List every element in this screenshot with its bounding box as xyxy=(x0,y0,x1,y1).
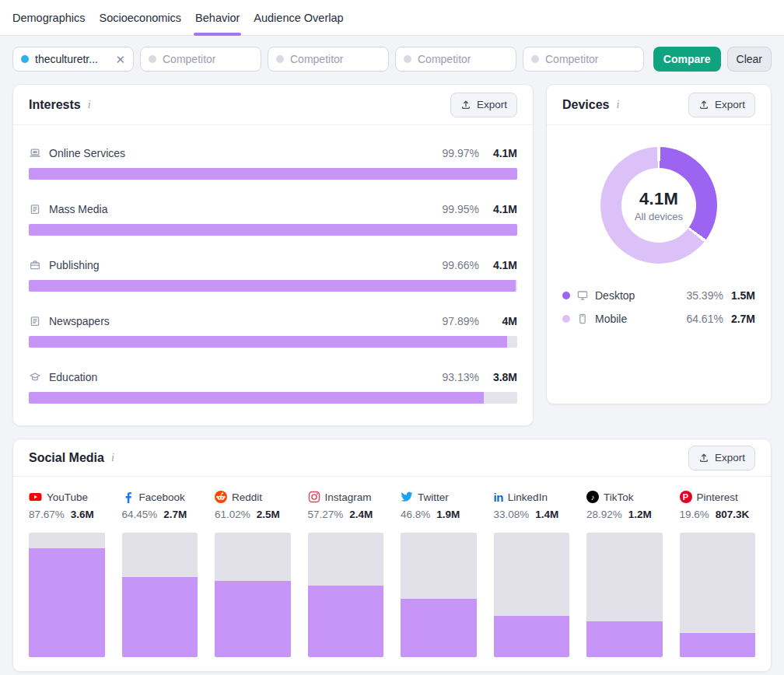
social-export-button[interactable]: Export xyxy=(688,446,755,470)
interest-row: Newspapers 97.89% 4M xyxy=(29,313,517,348)
social-column-youtube: YouTube 87.67% 3.6M xyxy=(29,489,105,657)
instagram-icon xyxy=(308,491,320,503)
legend-percent: 64.61% xyxy=(686,313,723,325)
legend-value: 2.7M xyxy=(731,313,755,325)
competitor-input-3[interactable]: Competitor xyxy=(395,47,516,72)
tab-audience-overlap[interactable]: Audience Overlap xyxy=(254,0,343,36)
social-column-linkedin: in LinkedIn 33.08% 1.4M xyxy=(494,489,570,657)
interests-list: Online Services 99.97% 4.1M xyxy=(13,125,533,425)
social-bar-fill xyxy=(401,599,477,657)
social-column-reddit: Reddit 61.02% 2.5M xyxy=(215,489,291,657)
export-icon xyxy=(698,100,709,110)
devices-panel: Devices i Export 4.1M All device xyxy=(546,84,772,404)
social-bar-track xyxy=(29,533,105,657)
competitor-placeholder: Competitor xyxy=(418,53,471,65)
interest-label: Publishing xyxy=(49,259,100,271)
interest-label: Online Services xyxy=(49,147,125,159)
competitor-placeholder: Competitor xyxy=(290,53,343,65)
tiktok-icon: ♪ xyxy=(586,491,599,503)
competitor-dot-icon xyxy=(404,55,411,63)
interest-percent: 93.13% xyxy=(443,371,479,383)
social-bar-track xyxy=(215,533,291,657)
tabs-bar: Demographics Socioeconomics Behavior Aud… xyxy=(0,0,784,36)
laptop-icon xyxy=(29,147,41,159)
social-title: Social Media xyxy=(29,451,104,465)
interest-bar-track xyxy=(29,336,517,348)
donut-center-value: 4.1M xyxy=(639,189,678,209)
platform-percent: 19.6% xyxy=(680,509,709,520)
platform-name: Instagram xyxy=(325,491,372,503)
interest-bar-fill xyxy=(29,168,517,180)
social-bar-fill xyxy=(680,633,756,657)
interest-bar-fill xyxy=(29,280,516,292)
competitor-input-4[interactable]: Competitor xyxy=(523,47,644,72)
platform-name: Facebook xyxy=(139,491,185,503)
tab-demographics[interactable]: Demographics xyxy=(12,0,86,36)
social-bar-fill xyxy=(122,577,198,657)
social-bar-fill xyxy=(215,581,291,657)
interest-value: 4.1M xyxy=(489,259,517,271)
interests-title: Interests xyxy=(29,98,81,112)
social-column-tiktok: ♪ TikTok 28.92% 1.2M xyxy=(586,489,663,657)
legend-percent: 35.39% xyxy=(686,289,723,302)
info-icon[interactable]: i xyxy=(111,452,114,464)
social-bar-track xyxy=(494,533,570,657)
interest-row: Mass Media 99.95% 4.1M xyxy=(29,201,517,236)
mobile-icon xyxy=(576,313,589,325)
interests-panel: Interests i Export xyxy=(12,84,534,426)
desktop-icon xyxy=(576,289,589,302)
clear-button[interactable]: Clear xyxy=(727,47,772,72)
briefcase-icon xyxy=(29,259,41,271)
legend-row-desktop[interactable]: Desktop 35.39% 1.5M xyxy=(562,284,755,307)
interest-value: 4M xyxy=(489,315,517,327)
social-column-pinterest: P Pinterest 19.6% 807.3K xyxy=(680,489,756,657)
pinterest-icon: P xyxy=(680,491,692,503)
platform-percent: 87.67% xyxy=(29,509,65,520)
interest-percent: 97.89% xyxy=(443,315,479,327)
interest-percent: 99.66% xyxy=(443,259,479,271)
tab-socioeconomics[interactable]: Socioeconomics xyxy=(100,0,182,36)
devices-donut-chart: 4.1M All devices xyxy=(600,147,717,264)
interest-label: Newspapers xyxy=(49,315,110,327)
competitor-dot-icon xyxy=(531,55,539,63)
interest-bar-fill xyxy=(29,224,517,236)
social-bar-fill xyxy=(494,616,570,657)
social-bar-track xyxy=(122,533,198,657)
news-icon xyxy=(29,203,41,215)
legend-label: Mobile xyxy=(595,313,627,325)
interest-bar-track xyxy=(29,392,517,404)
platform-name: LinkedIn xyxy=(508,491,548,503)
tab-behavior[interactable]: Behavior xyxy=(195,0,240,36)
export-label: Export xyxy=(715,452,745,463)
competitor-input-1[interactable]: Competitor xyxy=(140,47,261,72)
info-icon[interactable]: i xyxy=(88,99,91,111)
interest-bar-fill xyxy=(29,336,507,348)
graduation-cap-icon xyxy=(29,371,41,383)
social-column-instagram: Instagram 57.27% 2.4M xyxy=(308,489,384,657)
social-bar-track xyxy=(401,533,477,657)
interest-label: Education xyxy=(49,371,97,383)
interest-row: Online Services 99.97% 4.1M xyxy=(29,145,517,180)
interests-export-button[interactable]: Export xyxy=(450,93,517,117)
remove-domain-icon[interactable]: ✕ xyxy=(115,54,125,65)
competitor-dot-icon xyxy=(149,55,156,63)
platform-name: TikTok xyxy=(604,491,634,503)
social-header: Social Media i Export xyxy=(13,439,771,477)
platform-value: 1.2M xyxy=(628,509,652,520)
social-bar-track xyxy=(586,533,663,657)
social-bar-fill xyxy=(29,548,105,657)
compare-button[interactable]: Compare xyxy=(653,47,721,72)
competitor-dot-icon xyxy=(276,55,284,63)
legend-label: Desktop xyxy=(595,289,635,302)
selected-domain-chip[interactable]: theculturetr... ✕ xyxy=(12,47,134,72)
platform-name: Twitter xyxy=(418,491,449,503)
platform-value: 807.3K xyxy=(716,509,750,520)
competitor-input-2[interactable]: Competitor xyxy=(268,47,389,72)
info-icon[interactable]: i xyxy=(617,99,620,111)
selected-domain-label: theculturetr... xyxy=(35,53,98,65)
interest-row: Education 93.13% 3.8M xyxy=(29,369,517,404)
social-column-facebook: Facebook 64.45% 2.7M xyxy=(122,489,198,657)
legend-row-mobile[interactable]: Mobile 64.61% 2.7M xyxy=(562,307,755,331)
news-icon xyxy=(29,315,41,327)
devices-export-button[interactable]: Export xyxy=(688,93,755,117)
